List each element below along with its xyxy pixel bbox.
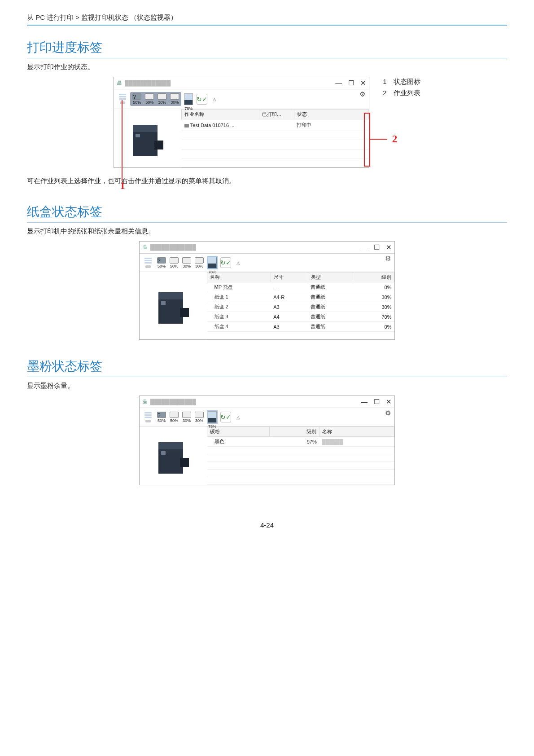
refresh-icon[interactable]: ↻✓ (220, 257, 231, 268)
app-icon: 🖶 (142, 399, 148, 405)
col-printed: 已打印... (259, 110, 294, 119)
job-list-table[interactable]: 作业名称 已打印... 状态 Test Data 010716 ... 打印中 (181, 109, 369, 167)
callout-frame-2 (364, 113, 370, 167)
page-number: 4-24 (27, 521, 507, 529)
legend-item-2: 2 作业列表 (383, 89, 420, 97)
tray-3[interactable]: 30% (181, 411, 193, 423)
svg-rect-10 (180, 458, 189, 467)
stack-icon[interactable] (143, 256, 153, 269)
app-icon: 🖶 (117, 80, 122, 86)
refresh-icon[interactable]: ↻✓ (197, 94, 207, 105)
window-tray-status: 🖶 ████████████ — ☐ ✕ ⚙ (139, 241, 395, 340)
svg-rect-9 (158, 442, 183, 449)
tray-4[interactable]: 30% (193, 411, 205, 423)
desc-tray-status: 显示打印机中的纸张和纸张余量相关信息。 (27, 227, 507, 236)
legend-item-1: 1 状态图标 (383, 78, 420, 86)
divider (27, 25, 507, 26)
minimize-icon[interactable]: — (361, 398, 368, 406)
svg-rect-2 (154, 141, 163, 149)
svg-rect-3 (136, 134, 140, 137)
desc-print-progress: 显示打印作业的状态。 (27, 63, 507, 71)
toner-gauge[interactable]: 78% (184, 93, 193, 105)
gear-icon[interactable]: ⚙ (385, 409, 391, 417)
toner-table: 碳粉 级别 名称 黑色 97% ██████ (207, 426, 394, 485)
col-status: 状态 (294, 110, 369, 119)
heading-tray-status: 纸盒状态标签 (27, 203, 507, 223)
table-row[interactable]: 黑色 97% ██████ (207, 437, 394, 447)
tray-2[interactable]: 50% (168, 411, 180, 423)
window-print-progress: 🖶 ████████████ — ☐ ✕ ⚙ (114, 77, 369, 168)
maximize-icon[interactable]: ☐ (374, 398, 380, 406)
gear-icon[interactable]: ⚙ (385, 255, 391, 263)
window-title-blur: ████████████ (125, 80, 171, 86)
table-row[interactable]: Test Data 010716 ... 打印中 (182, 119, 369, 131)
legend: 1 状态图标 2 作业列表 (383, 78, 420, 168)
table-row[interactable]: 纸盒 4A3普通纸0% (207, 322, 394, 332)
close-icon[interactable]: ✕ (386, 243, 392, 251)
collapse-icon[interactable]: ◬ (213, 97, 216, 101)
note-job-list: 可在作业列表上选择作业，也可右击作业并通过显示的菜单将其取消。 (27, 177, 507, 185)
tray-2[interactable]: 50% (168, 257, 180, 269)
close-icon[interactable]: ✕ (360, 79, 366, 87)
app-icon: 🖶 (142, 244, 148, 251)
callout-line-2 (369, 139, 387, 140)
tray-table: 名称 尺寸 类型 级别 MP 托盘---普通纸0% 纸盒 1A4-R普通纸30%… (207, 272, 394, 339)
tray-2[interactable]: 50% (144, 93, 155, 105)
window-title-blur: ████████████ (150, 399, 196, 405)
svg-rect-1 (133, 125, 158, 132)
close-icon[interactable]: ✕ (386, 398, 392, 406)
col-name: 名称 (320, 427, 394, 437)
table-row[interactable]: 纸盒 1A4-R普通纸30% (207, 292, 394, 302)
svg-rect-11 (161, 451, 166, 455)
table-row[interactable]: 纸盒 2A3普通纸30% (207, 302, 394, 312)
stack-icon[interactable] (118, 93, 127, 105)
callout-number-2: 2 (392, 133, 398, 145)
col-job-name: 作业名称 (182, 110, 259, 119)
tray-1[interactable]: ?50% (156, 411, 167, 423)
maximize-icon[interactable]: ☐ (348, 79, 354, 87)
document-icon (184, 124, 189, 127)
gear-icon[interactable]: ⚙ (359, 90, 365, 98)
minimize-icon[interactable]: — (361, 243, 368, 251)
window-toner-status: 🖶 ████████████ — ☐ ✕ ⚙ (139, 396, 395, 485)
toner-gauge[interactable]: 78% (208, 257, 217, 268)
tray-3[interactable]: 30% (156, 93, 168, 105)
stack-icon[interactable] (143, 411, 153, 423)
callout-line-1 (122, 100, 123, 181)
col-size: 尺寸 (271, 273, 308, 282)
col-name: 名称 (207, 273, 271, 282)
minimize-icon[interactable]: — (335, 79, 342, 87)
desc-toner-status: 显示墨粉余量。 (27, 382, 507, 390)
table-row[interactable]: MP 托盘---普通纸0% (207, 282, 394, 292)
col-type: 类型 (308, 273, 353, 282)
collapse-icon[interactable]: ◬ (236, 260, 240, 265)
tray-3[interactable]: 30% (181, 257, 193, 269)
printer-image (140, 272, 207, 339)
tray-1[interactable]: ?50% (156, 257, 167, 269)
maximize-icon[interactable]: ☐ (374, 243, 380, 251)
printer-image (114, 109, 181, 167)
table-row[interactable]: 纸盒 3A4普通纸70% (207, 312, 394, 322)
svg-rect-5 (158, 292, 183, 299)
heading-print-progress: 打印进度标签 (27, 39, 507, 58)
tray-4[interactable]: 30% (169, 93, 180, 105)
collapse-icon[interactable]: ◬ (236, 415, 240, 420)
breadcrumb: 从 PC 进行打印 > 监视打印机状态 （状态监视器） (27, 13, 507, 22)
refresh-icon[interactable]: ↻✓ (220, 412, 231, 422)
callout-number-1: 1 (120, 180, 125, 192)
tray-1[interactable]: ?50% (131, 93, 143, 105)
svg-rect-7 (161, 301, 166, 305)
window-title-blur: ████████████ (150, 244, 196, 251)
heading-toner-status: 墨粉状态标签 (27, 358, 507, 377)
svg-rect-6 (180, 308, 189, 317)
col-toner: 碳粉 (207, 427, 270, 437)
toner-gauge[interactable]: 78% (208, 411, 217, 423)
tray-4[interactable]: 30% (193, 257, 205, 269)
col-level: 级别 (353, 273, 394, 282)
printer-image (140, 426, 207, 485)
col-level: 级别 (270, 427, 320, 437)
